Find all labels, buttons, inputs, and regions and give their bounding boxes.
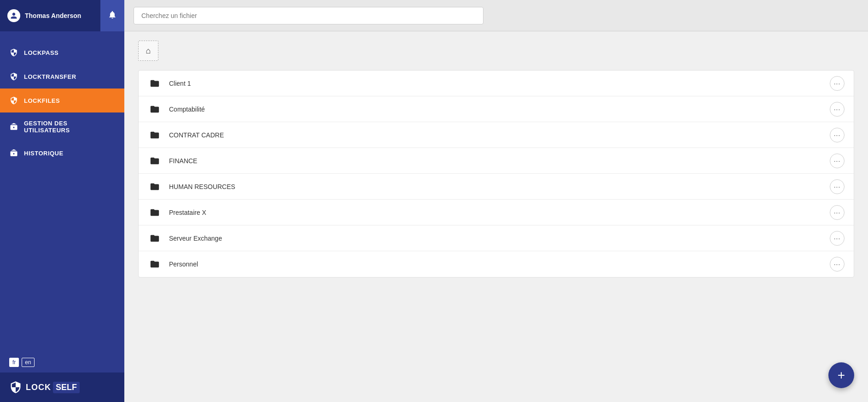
user-avatar-icon [7, 9, 20, 22]
folder-more-button[interactable]: ··· [830, 231, 845, 246]
folder-item[interactable]: Comptabilité ··· [139, 96, 854, 122]
folder-icon [148, 130, 162, 141]
home-icon: ⌂ [146, 46, 151, 56]
folder-name: Comptabilité [169, 106, 830, 113]
folder-name: CONTRAT CADRE [169, 131, 830, 139]
lockpass-icon [9, 48, 18, 57]
folder-name: FINANCE [169, 157, 830, 165]
folder-more-button[interactable]: ··· [830, 154, 845, 168]
folder-item[interactable]: HUMAN RESOURCES ··· [139, 174, 854, 200]
folder-icon [148, 78, 162, 89]
folder-more-button[interactable]: ··· [830, 205, 845, 220]
sidebar-item-lockpass[interactable]: LOCKPASS [0, 41, 124, 65]
search-input[interactable] [134, 7, 484, 24]
sidebar-item-historique[interactable]: HISTORIQUE [0, 141, 124, 165]
folder-more-button[interactable]: ··· [830, 257, 845, 272]
language-switcher: fr en [0, 352, 124, 372]
sidebar-item-lockfiles[interactable]: LOCKFILES [0, 89, 124, 112]
folder-name: Client 1 [169, 80, 830, 87]
sidebar-item-locktransfer[interactable]: LOCKTRANSFER [0, 65, 124, 89]
logo-lock-text: LOCK [26, 383, 51, 392]
home-breadcrumb-button[interactable]: ⌂ [138, 41, 158, 61]
folder-name: Prestataire X [169, 209, 830, 216]
lang-fr-button[interactable]: fr [9, 358, 19, 367]
folder-icon [148, 181, 162, 192]
sidebar-item-lockpass-label: LOCKPASS [24, 49, 58, 56]
content-area: ⌂ Client 1 ··· Comptabilité ··· [124, 31, 868, 402]
gestion-icon [9, 122, 18, 131]
folder-icon [148, 259, 162, 270]
folder-item[interactable]: CONTRAT CADRE ··· [139, 122, 854, 148]
sidebar-item-historique-label: HISTORIQUE [24, 150, 64, 157]
folder-item[interactable]: Serveur Exchange ··· [139, 225, 854, 251]
main-content: ⌂ Client 1 ··· Comptabilité ··· [124, 0, 868, 402]
folder-icon [148, 233, 162, 244]
locktransfer-icon [9, 72, 18, 81]
folder-more-button[interactable]: ··· [830, 128, 845, 142]
folder-more-button[interactable]: ··· [830, 102, 845, 117]
lockfiles-icon [9, 96, 18, 105]
folder-list: Client 1 ··· Comptabilité ··· CONTRAT CA… [138, 70, 854, 278]
breadcrumb-bar: ⌂ [138, 41, 854, 61]
sidebar-logo: LOCK SELF [0, 372, 124, 402]
folder-name: HUMAN RESOURCES [169, 183, 830, 190]
folder-name: Serveur Exchange [169, 235, 830, 242]
sidebar: Thomas Anderson ▾ LOCKPASS LOCKTRANSFER [0, 0, 124, 402]
sidebar-item-locktransfer-label: LOCKTRANSFER [24, 73, 76, 80]
user-name-label: Thomas Anderson [25, 12, 110, 19]
sidebar-item-lockfiles-label: LOCKFILES [24, 97, 60, 104]
sidebar-item-gestion-label: GESTION DES UTILISATEURS [24, 120, 115, 134]
historique-icon [9, 148, 18, 158]
folder-icon [148, 104, 162, 115]
add-fab-button[interactable]: + [828, 362, 854, 388]
bell-icon [108, 10, 117, 22]
folder-item[interactable]: Client 1 ··· [139, 71, 854, 96]
topbar [124, 0, 868, 31]
folder-more-button[interactable]: ··· [830, 76, 845, 91]
lang-en-button[interactable]: en [22, 358, 34, 367]
folder-name: Personnel [169, 260, 830, 268]
sidebar-nav: LOCKPASS LOCKTRANSFER LOCKFILES GESTION … [0, 31, 124, 352]
folder-more-button[interactable]: ··· [830, 179, 845, 194]
notifications-bell[interactable] [100, 0, 124, 31]
folder-icon [148, 207, 162, 218]
folder-icon [148, 155, 162, 166]
folder-item[interactable]: Personnel ··· [139, 251, 854, 277]
folder-item[interactable]: FINANCE ··· [139, 148, 854, 174]
folder-item[interactable]: Prestataire X ··· [139, 200, 854, 225]
sidebar-item-gestion[interactable]: GESTION DES UTILISATEURS [0, 112, 124, 141]
logo-self-text: SELF [53, 382, 80, 393]
